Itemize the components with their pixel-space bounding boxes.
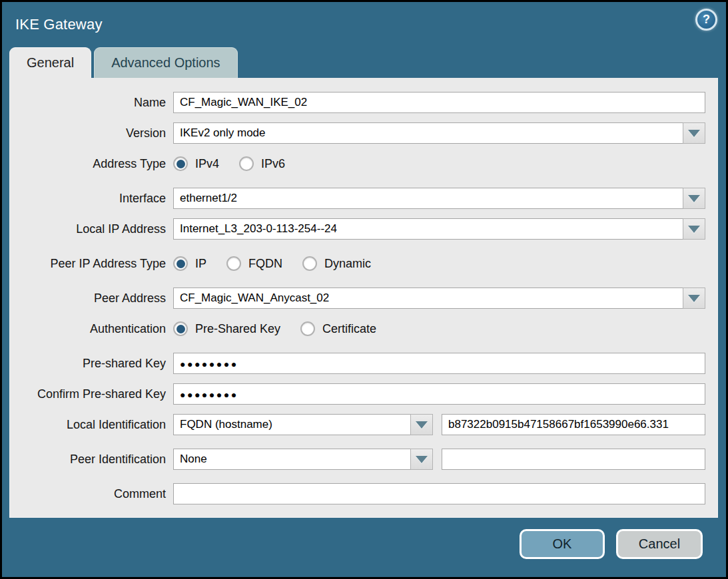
- ike-gateway-dialog: IKE Gateway ? General Advanced Options N…: [2, 2, 726, 577]
- dialog-titlebar: IKE Gateway ?: [2, 2, 726, 43]
- ip-radio-label: IP: [195, 257, 206, 271]
- peer-identification-type-input[interactable]: [173, 449, 411, 470]
- address-type-ipv6-option[interactable]: IPv6: [239, 156, 285, 171]
- ipv4-radio[interactable]: [173, 156, 188, 171]
- dynamic-radio-label: Dynamic: [324, 257, 371, 271]
- name-label: Name: [10, 96, 173, 110]
- local-ip-address-dropdown-button[interactable]: [683, 218, 705, 240]
- pre-shared-key-radio[interactable]: [173, 321, 188, 336]
- peer-type-dynamic-option[interactable]: Dynamic: [302, 256, 371, 271]
- row-confirm-pre-shared-key: Confirm Pre-shared Key: [10, 383, 705, 405]
- local-identification-label: Local Identification: [10, 418, 173, 432]
- interface-label: Interface: [10, 192, 173, 206]
- chevron-down-icon: [688, 295, 700, 302]
- tab-bar: General Advanced Options: [9, 47, 238, 78]
- local-ip-address-label: Local IP Address: [10, 222, 173, 236]
- version-input[interactable]: [173, 122, 683, 144]
- chevron-down-icon: [416, 421, 428, 429]
- peer-identification-type-combo: [173, 449, 433, 470]
- pre-shared-key-label: Pre-shared Key: [10, 357, 173, 371]
- tab-general[interactable]: General: [9, 47, 91, 78]
- chevron-down-icon: [688, 130, 700, 137]
- address-type-ipv4-option[interactable]: IPv4: [173, 156, 219, 171]
- peer-type-ip-option[interactable]: IP: [173, 256, 206, 271]
- ipv6-radio[interactable]: [239, 156, 254, 171]
- comment-label: Comment: [10, 487, 173, 501]
- dialog-footer: OK Cancel: [2, 518, 726, 577]
- row-interface: Interface: [10, 188, 705, 209]
- local-identification-type-input[interactable]: [173, 414, 411, 435]
- peer-identification-value-input[interactable]: [442, 449, 705, 470]
- pre-shared-key-input[interactable]: [173, 353, 705, 374]
- local-identification-dropdown-button[interactable]: [410, 414, 433, 435]
- tab-advanced-options-label: Advanced Options: [111, 55, 220, 71]
- peer-address-dropdown-button[interactable]: [683, 288, 705, 309]
- authentication-label: Authentication: [10, 322, 173, 336]
- peer-identification-label: Peer Identification: [10, 453, 173, 467]
- peer-address-label: Peer Address: [10, 291, 173, 305]
- chevron-down-icon: [416, 456, 428, 463]
- peer-address-input[interactable]: [173, 288, 683, 309]
- row-address-type: Address Type IPv4 IPv6: [10, 153, 705, 174]
- ip-radio[interactable]: [173, 256, 188, 271]
- help-icon[interactable]: ?: [695, 9, 717, 31]
- tab-advanced-options[interactable]: Advanced Options: [94, 47, 237, 78]
- version-label: Version: [10, 126, 173, 140]
- row-peer-address: Peer Address: [10, 288, 705, 309]
- address-type-label: Address Type: [10, 157, 173, 171]
- row-name: Name: [10, 92, 705, 113]
- peer-ip-address-type-label: Peer IP Address Type: [10, 257, 173, 271]
- cancel-button[interactable]: Cancel: [616, 529, 703, 559]
- local-identification-value-input[interactable]: [442, 414, 705, 435]
- dynamic-radio[interactable]: [302, 256, 317, 271]
- name-input[interactable]: [173, 92, 705, 113]
- interface-input[interactable]: [173, 188, 683, 209]
- auth-certificate-option[interactable]: Certificate: [300, 321, 376, 336]
- version-dropdown-button[interactable]: [683, 122, 705, 144]
- auth-pre-shared-key-option[interactable]: Pre-Shared Key: [173, 321, 280, 336]
- row-version: Version: [10, 122, 705, 144]
- confirm-pre-shared-key-input[interactable]: [173, 383, 705, 405]
- row-local-ip-address: Local IP Address: [10, 218, 705, 240]
- fqdn-radio-label: FQDN: [248, 257, 282, 271]
- dialog-title: IKE Gateway: [2, 12, 103, 33]
- ipv6-radio-label: IPv6: [261, 157, 285, 171]
- certificate-radio[interactable]: [300, 321, 315, 336]
- row-comment: Comment: [10, 483, 705, 504]
- peer-type-fqdn-option[interactable]: FQDN: [226, 256, 282, 271]
- tab-general-label: General: [27, 55, 74, 71]
- interface-dropdown-button[interactable]: [683, 188, 705, 209]
- local-identification-type-combo: [173, 414, 433, 435]
- chevron-down-icon: [688, 195, 700, 202]
- general-tab-panel: Name Version Address Type IPv4: [9, 78, 718, 518]
- confirm-pre-shared-key-label: Confirm Pre-shared Key: [10, 387, 173, 401]
- ok-button[interactable]: OK: [520, 529, 605, 559]
- row-local-identification: Local Identification: [10, 414, 705, 435]
- comment-input[interactable]: [173, 483, 705, 504]
- row-peer-ip-address-type: Peer IP Address Type IP FQDN Dynamic: [10, 253, 705, 274]
- fqdn-radio[interactable]: [226, 256, 241, 271]
- row-pre-shared-key: Pre-shared Key: [10, 353, 705, 374]
- chevron-down-icon: [688, 226, 700, 233]
- row-peer-identification: Peer Identification: [10, 449, 705, 470]
- ipv4-radio-label: IPv4: [195, 157, 219, 171]
- certificate-radio-label: Certificate: [322, 322, 376, 336]
- peer-identification-dropdown-button[interactable]: [410, 449, 433, 470]
- local-ip-address-input[interactable]: [173, 218, 683, 240]
- pre-shared-key-radio-label: Pre-Shared Key: [195, 322, 280, 336]
- row-authentication: Authentication Pre-Shared Key Certificat…: [10, 318, 705, 339]
